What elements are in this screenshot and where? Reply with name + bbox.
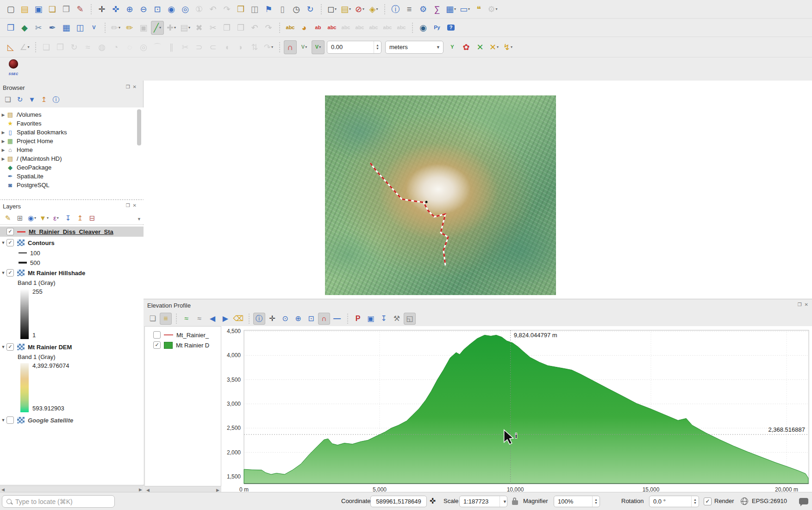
browser-item-project-home[interactable]: ▶▦Project Home — [0, 137, 144, 145]
browser-item-home[interactable]: ▶⌂Home — [0, 145, 144, 154]
locator-search[interactable] — [2, 495, 115, 508]
layers-expand-all-button[interactable]: ↧ — [62, 212, 74, 223]
expander-icon[interactable]: ▶ — [0, 130, 6, 135]
avoid-overlap-button[interactable]: ✿ — [460, 40, 473, 54]
browser-add-selected-button[interactable]: ❏ — [2, 94, 13, 105]
hillshade-map-image[interactable] — [325, 95, 556, 295]
save-project-button[interactable]: ▣ — [32, 2, 45, 16]
layer-checkbox[interactable] — [6, 239, 14, 246]
zoom-in-button[interactable]: ⊕ — [123, 2, 136, 16]
layers-collapse-all-button[interactable]: ↥ — [75, 212, 86, 223]
attribute-table-button[interactable]: ▦▾ — [444, 2, 457, 16]
render-checkbox[interactable]: ✓ — [704, 497, 712, 505]
field-calculator-button[interactable]: ≡ — [403, 2, 416, 16]
layers-filter-expression-button[interactable]: ε▾ — [50, 212, 62, 223]
layers-manage-themes-button[interactable]: ◉▾ — [26, 212, 37, 223]
pan-to-selection-button[interactable]: ✜ — [109, 2, 122, 16]
panel-splitter[interactable] — [0, 197, 144, 202]
layer-item-contours[interactable]: ▼ Contours — [0, 238, 144, 248]
lock-icon[interactable] — [512, 500, 518, 505]
browser-item-macintosh-hd[interactable]: ▶▤/ (Macintosh HD) — [0, 154, 144, 163]
browser-properties-button[interactable]: ⓘ — [50, 94, 62, 105]
label-hide-button[interactable]: abc — [325, 21, 338, 35]
legend-checkbox[interactable] — [153, 341, 161, 349]
zoom-out-button[interactable]: ⊖ — [137, 2, 150, 16]
python-console-button[interactable]: Py — [431, 21, 443, 35]
browser-item-postgresql[interactable]: ◙PostgreSQL — [0, 181, 144, 189]
profile-dock-button[interactable]: ◱ — [404, 313, 416, 325]
dock-hscrollbar[interactable]: ◀ ▶ — [0, 485, 144, 492]
extents-icon[interactable]: ✜ — [430, 497, 436, 505]
browser-collapse-all-button[interactable]: ↥ — [38, 94, 50, 105]
help-button[interactable]: ? — [444, 21, 457, 35]
profile-options-button[interactable]: ⚒ — [391, 313, 403, 325]
browser-close-icon[interactable]: ✕ — [133, 84, 137, 89]
browser-refresh-button[interactable]: ↻ — [14, 94, 25, 105]
layers-filter-legend-button[interactable]: ▼▾ — [38, 212, 50, 223]
expander-icon[interactable]: ▶ — [0, 157, 6, 161]
toggle-editing-button[interactable]: ✏ — [123, 21, 136, 35]
tracing-button[interactable]: ↯▾ — [501, 40, 514, 54]
nudge-right-button[interactable]: ▶ — [219, 313, 231, 325]
snapping-units-combo[interactable]: meters ▼ — [385, 41, 443, 54]
scroll-right-icon[interactable]: ▶ — [139, 487, 142, 492]
topological-editing-button[interactable]: Y — [446, 40, 459, 54]
self-snapping-button[interactable]: ✕▾ — [487, 40, 500, 54]
identify-features-button[interactable]: ⓘ — [389, 2, 402, 16]
export-results-button[interactable]: ↧ — [378, 313, 390, 325]
measure-button[interactable]: ▭▾ — [458, 2, 471, 16]
pan-map-button[interactable]: ✛ — [95, 2, 108, 16]
stepper-arrows-icon[interactable]: ▲▼ — [374, 41, 381, 53]
snapping-toggle-button[interactable]: ∩ — [284, 40, 297, 54]
browser-item-volumes[interactable]: ▶▤/Volumes — [0, 110, 144, 119]
rotation-spinbox[interactable]: 0.0 ° ▲▼ — [649, 496, 699, 507]
new-mesh-layer-button[interactable]: ▦ — [60, 21, 73, 35]
profile-close-icon[interactable]: ✕ — [805, 302, 808, 307]
expander-icon[interactable]: ▼ — [0, 345, 6, 349]
layer-item-mt-rainier-diss-cleaver[interactable]: Mt_Rainier_Diss_Cleaver_Sta — [0, 227, 144, 237]
profile-legend-item-line[interactable]: Mt_Rainier_ — [153, 331, 218, 339]
stepper-arrows-icon[interactable]: ▲▼ — [592, 496, 600, 507]
browser-vscrollbar[interactable] — [137, 109, 141, 145]
magnifier-spinbox[interactable]: 100% ▲▼ — [554, 496, 600, 507]
profile-layer-tree-button[interactable]: ≡ — [160, 313, 172, 325]
messages-icon[interactable] — [799, 498, 808, 504]
profile-add-layers-button[interactable]: ❏ — [147, 313, 159, 325]
digitize-with-segment-button[interactable]: ╱▾ — [151, 21, 164, 35]
layer-item-hillshade[interactable]: ▼ Mt Rainier Hillshade — [0, 268, 144, 278]
profile-clear-button[interactable]: ⌫ — [232, 313, 244, 325]
layers-open-styling-button[interactable]: ✎ — [2, 212, 13, 223]
select-features-button[interactable]: ◻▾ — [325, 2, 338, 16]
profile-float-icon[interactable]: ❐ — [798, 302, 802, 307]
new-geopackage-layer-button[interactable]: ◆ — [18, 21, 31, 35]
new-3d-map-view-button[interactable]: ◫ — [248, 2, 261, 16]
expander-icon[interactable]: ▶ — [0, 148, 6, 152]
new-print-layout-button[interactable]: ❏ — [46, 2, 59, 16]
show-bookmarks-button[interactable]: ▯ — [276, 2, 289, 16]
zoom-to-layer-button[interactable]: ◎ — [179, 2, 192, 16]
new-spatial-bookmark-button[interactable]: ⚑ — [262, 2, 275, 16]
layer-checkbox[interactable] — [6, 228, 14, 235]
map-tips-button[interactable]: ❝ — [472, 2, 485, 16]
metasearch-button[interactable]: ◉ — [417, 21, 430, 35]
elevation-chart[interactable]: i1,5002,0002,5003,0003,5004,0004,5000 m5… — [221, 326, 812, 506]
layer-styling-button[interactable]: ◕ — [298, 21, 311, 35]
zoom-to-selection-button[interactable]: ◉ — [165, 2, 178, 16]
snap-mode-button[interactable]: V▾ — [312, 40, 325, 54]
contours-class-100[interactable]: 100 — [19, 248, 162, 258]
snap-vertex-button[interactable]: V▾ — [298, 40, 311, 54]
layers-close-icon[interactable]: ✕ — [133, 203, 137, 208]
new-shapefile-layer-button[interactable]: ✂ — [32, 21, 45, 35]
browser-item-favorites[interactable]: ★Favorites — [0, 119, 144, 128]
browser-item-spatialite[interactable]: ✒SpatiaLite — [0, 172, 144, 181]
profile-legend-item-dem[interactable]: Mt Rainier D — [153, 341, 218, 349]
locator-input[interactable] — [14, 497, 114, 506]
label-pin-button[interactable]: ab — [312, 21, 325, 35]
browser-item-spatial-bookmarks[interactable]: ▶▯Spatial Bookmarks — [0, 128, 144, 137]
coordinate-box[interactable]: 589961,5178649 — [370, 496, 427, 507]
scroll-left-icon[interactable]: ◀ — [1, 487, 5, 492]
crs-globe-icon[interactable] — [741, 497, 748, 505]
expander-icon[interactable]: ▶ — [0, 113, 6, 117]
stepper-arrows-icon[interactable]: ▲▼ — [691, 496, 699, 507]
layer-item-google-satellite[interactable]: ▼ Google Satellite — [0, 415, 144, 425]
